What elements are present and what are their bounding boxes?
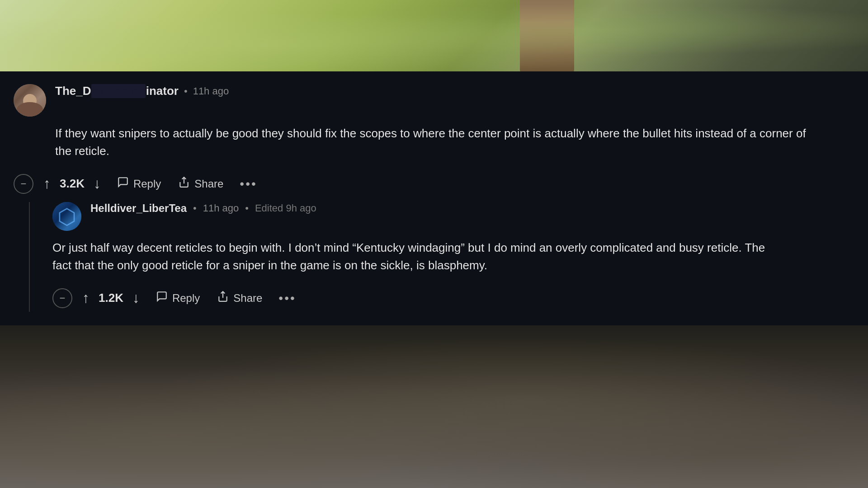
reply-thread: Helldiver_LiberTea • 11h ago • Edited 9h…: [14, 202, 854, 312]
comment-section: The_Dominatorinator • 11h ago If they wa…: [0, 71, 868, 325]
separator-dot-1: •: [184, 85, 188, 97]
reply-1-meta: Helldiver_LiberTea • 11h ago • Edited 9h…: [90, 202, 316, 215]
more-icon-1: •••: [240, 177, 257, 191]
share-label-2: Share: [233, 292, 262, 305]
collapse-button-2[interactable]: −: [52, 288, 72, 308]
username-1: The_Dominatorinator: [55, 84, 179, 98]
upvote-button-1[interactable]: ↑: [41, 173, 53, 195]
vote-group-1: ↑ 3.2K ↓: [41, 173, 104, 195]
timestamp-1: 11h ago: [193, 85, 229, 97]
avatar-1-image: [14, 84, 46, 117]
upvote-button-2[interactable]: ↑: [80, 287, 92, 309]
downvote-icon-1: ↓: [94, 175, 101, 192]
upvote-icon-1: ↑: [43, 175, 51, 192]
more-button-2[interactable]: •••: [272, 288, 302, 308]
share-label-1: Share: [194, 178, 223, 190]
separator-dot-2: •: [193, 202, 197, 214]
comment-1-text: If they want snipers to actually be good…: [55, 125, 824, 160]
comment-1-header: The_Dominatorinator • 11h ago: [14, 84, 854, 117]
timestamp-2: 11h ago: [203, 202, 239, 214]
collapse-icon-2: −: [60, 293, 66, 303]
username-redacted: ominator: [91, 84, 145, 98]
reply-1-text: Or just half way decent reticles to begi…: [52, 239, 776, 274]
share-icon-1: [178, 176, 190, 191]
comment-1-actions: − ↑ 3.2K ↓ Reply: [14, 170, 854, 197]
background-top: [0, 0, 868, 75]
collapse-button-1[interactable]: −: [14, 174, 33, 194]
comment-1-meta: The_Dominatorinator • 11h ago: [55, 84, 229, 98]
collapse-icon-1: −: [21, 179, 27, 189]
reply-1-content: Helldiver_LiberTea • 11h ago • Edited 9h…: [52, 202, 854, 312]
avatar-2: [52, 202, 81, 231]
downvote-button-1[interactable]: ↓: [91, 173, 104, 195]
more-icon-2: •••: [278, 291, 296, 305]
share-button-2[interactable]: Share: [210, 287, 269, 309]
username-2: Helldiver_LiberTea: [90, 202, 187, 215]
share-icon-2: [217, 291, 229, 305]
reply-1-actions: − ↑ 1.2K ↓ Re: [52, 284, 854, 312]
reply-icon-1: [117, 176, 129, 191]
reply-1-header: Helldiver_LiberTea • 11h ago • Edited 9h…: [52, 202, 854, 231]
reply-button-2[interactable]: Reply: [149, 287, 207, 309]
thread-line: [29, 202, 30, 312]
reply-label-1: Reply: [133, 178, 161, 190]
vote-count-1: 3.2K: [60, 177, 85, 191]
downvote-button-2[interactable]: ↓: [130, 287, 142, 309]
background-bottom: [0, 312, 868, 488]
more-button-1[interactable]: •••: [233, 174, 263, 194]
share-button-1[interactable]: Share: [171, 173, 231, 195]
separator-dot-3: •: [245, 202, 249, 214]
reply-button-1[interactable]: Reply: [110, 173, 168, 195]
reply-label-2: Reply: [172, 292, 200, 305]
upvote-icon-2: ↑: [82, 290, 90, 306]
downvote-icon-2: ↓: [132, 290, 140, 306]
avatar-2-image: [52, 202, 81, 231]
reply-icon-2: [156, 291, 168, 305]
edited-label: Edited 9h ago: [255, 202, 316, 214]
avatar-1: [14, 84, 46, 117]
vote-group-2: ↑ 1.2K ↓: [80, 287, 142, 309]
vote-count-2: 1.2K: [99, 291, 123, 305]
